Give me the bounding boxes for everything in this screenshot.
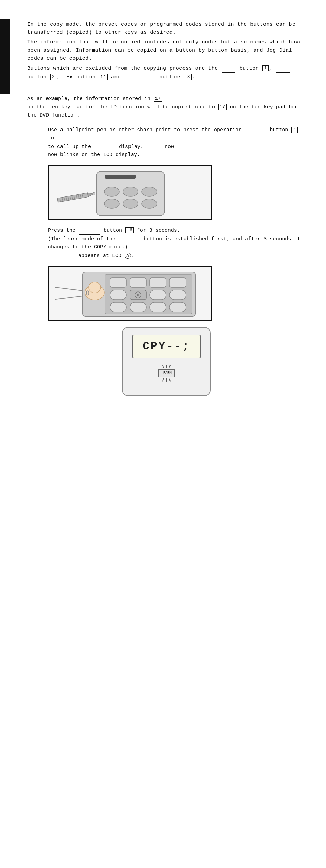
- svg-rect-38: [130, 302, 146, 312]
- learn-ray-b-3: [169, 378, 171, 382]
- step1-start: Use a ballpoint pen or other sharp point…: [48, 127, 242, 133]
- step2-para2: (The learn mode of the: [48, 236, 116, 242]
- svg-text:)): )): [85, 289, 89, 296]
- para3: Buttons which are excluded from the copy…: [27, 64, 305, 81]
- svg-rect-27: [110, 278, 126, 287]
- section-example: As an example, the information stored in…: [27, 95, 305, 396]
- svg-rect-35: [150, 290, 166, 300]
- learn-button-label: LEARN: [158, 369, 175, 377]
- svg-rect-39: [150, 302, 166, 312]
- blank-word-9: [55, 252, 68, 260]
- para3-end: buttons: [159, 74, 182, 80]
- learn-ray-1: [162, 365, 164, 368]
- step2-quote-open: ": [48, 253, 51, 259]
- blank-word-5: [95, 143, 115, 151]
- svg-rect-31: [110, 290, 126, 300]
- example-intro: As an example, the information stored in…: [27, 95, 305, 120]
- btn-11: 11: [99, 74, 108, 80]
- btn-8: 8: [186, 74, 192, 80]
- btn-17-2: 17: [218, 104, 227, 110]
- learn-ray-2: [166, 365, 167, 368]
- circle-a: A: [125, 253, 131, 259]
- step1-blink: now blinks on the LCD display.: [48, 152, 140, 158]
- learn-ray-b-1: [162, 378, 164, 382]
- black-bar-marker: [0, 19, 10, 94]
- blank-word-6: [147, 143, 161, 151]
- btn-1: 1: [262, 65, 269, 71]
- svg-point-3: [123, 187, 138, 196]
- svg-rect-30: [169, 278, 186, 287]
- btn-1-step1: 1: [291, 127, 298, 133]
- svg-point-22: [92, 192, 95, 195]
- step2-for3s: for 3 seconds.: [137, 228, 180, 233]
- step1-to: to: [48, 135, 54, 141]
- svg-point-4: [142, 187, 157, 196]
- step2-appears: " appears at LCD: [72, 253, 121, 259]
- svg-point-42: [89, 282, 101, 293]
- diagram1: [48, 165, 212, 220]
- diagram2: )): [48, 266, 212, 321]
- svg-point-2: [104, 187, 119, 196]
- section-intro: In the copy mode, the preset codes or pr…: [27, 21, 305, 81]
- para1: In the copy mode, the preset codes or pr…: [27, 21, 305, 37]
- btn-2: 2: [50, 74, 56, 80]
- blank-word-3: [125, 73, 155, 81]
- svg-rect-28: [130, 278, 146, 287]
- svg-point-6: [123, 199, 138, 208]
- step1-text: Use a ballpoint pen or other sharp point…: [27, 126, 305, 159]
- svg-rect-36: [169, 290, 186, 300]
- svg-rect-1: [105, 175, 136, 179]
- blank-word-1: [222, 64, 235, 73]
- blank-word-8: [119, 235, 140, 243]
- learn-ray-b-2: [166, 378, 167, 382]
- blank-word-7: [79, 226, 100, 235]
- step2-text: Press the button 16 for 3 seconds. (The …: [27, 226, 305, 260]
- lcd-screen: CPY--;: [132, 335, 201, 358]
- svg-rect-29: [150, 278, 166, 287]
- svg-rect-37: [110, 302, 126, 312]
- step1-mid: button: [270, 127, 288, 133]
- learn-ray-3: [169, 365, 171, 368]
- btn-17-1: 17: [154, 96, 162, 102]
- para3-start: Buttons which are excluded from the copy…: [27, 66, 218, 71]
- lcd-learn-area: LEARN: [158, 365, 175, 382]
- step2-mid1: button: [104, 228, 122, 233]
- page-container: In the copy mode, the preset codes or pr…: [0, 0, 326, 868]
- para3-and: and: [111, 74, 121, 80]
- blank-word-4: [245, 126, 266, 134]
- step1-end: to call up the: [48, 144, 91, 150]
- step1-display: display.: [119, 144, 144, 150]
- btn-16: 16: [125, 227, 134, 233]
- svg-point-7: [142, 199, 157, 208]
- para2: The information that will be copied incl…: [27, 38, 305, 63]
- diagram2-svg: )): [49, 267, 212, 321]
- learn-rays-bottom: [163, 378, 169, 382]
- lcd-text: CPY--;: [142, 338, 190, 355]
- diagram1-svg: [49, 166, 212, 220]
- lcd-display-diagram: CPY--; LEARN: [122, 327, 211, 396]
- svg-line-24: [55, 296, 83, 299]
- intro-start: As an example, the information stored in: [27, 96, 150, 102]
- svg-rect-40: [169, 302, 186, 312]
- step2-start: Press the: [48, 228, 76, 233]
- learn-rays-top: [163, 365, 169, 368]
- para3-mid: button: [27, 74, 47, 80]
- svg-line-23: [55, 287, 83, 291]
- svg-point-5: [104, 199, 119, 208]
- intro-mid: on the ten-key pad for the LD function w…: [27, 104, 215, 110]
- blank-word-2: [276, 64, 290, 73]
